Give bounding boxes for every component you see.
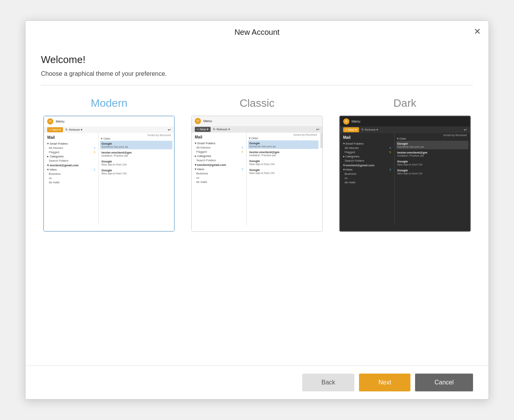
modern-categories: ▸ Categories <box>46 154 97 159</box>
new-account-dialog: New Account ✕ Welcome! Choose a graphica… <box>25 20 489 400</box>
next-button[interactable]: Next <box>359 374 410 391</box>
classic-smart-folders: ▾ Smart Folders <box>193 141 245 145</box>
dark-flagged: Flagged 9 <box>342 150 393 154</box>
modern-older-group: ▾ Older <box>100 137 172 141</box>
dark-preview-inner: ✉ Menu + New ▾ ↻ Refresh ▾ ↩ <box>340 116 470 231</box>
dark-smart-folders: ▾ Smart Folders <box>342 142 393 146</box>
dark-sidebar: Mail ▾ Smart Folders All Inboxes 4 Flagg… <box>340 133 395 225</box>
modern-preview-inner: ✉ Menu + New ▾ ↻ Refresh ▾ ↩ <box>44 116 174 231</box>
modern-toolbar: + New ▾ ↻ Refresh ▾ ↩ <box>44 126 174 133</box>
dark-content: Mail ▾ Smart Folders All Inboxes 4 Flagg… <box>340 133 470 225</box>
welcome-subtitle: Choose a graphical theme of your prefere… <box>41 70 473 77</box>
dark-msg-2: hester.emclient@gm Invitation: Practice … <box>396 150 468 158</box>
modern-all-inboxes: All Inboxes 4 <box>46 146 97 150</box>
dark-msg-1: Google Someone has your pa <box>396 141 468 149</box>
classic-search-folders: Search Folders <box>193 158 245 162</box>
back-button[interactable]: Back <box>302 374 355 391</box>
classic-all-inboxes: All Inboxes 4 <box>193 145 245 150</box>
dark-toolbar: + New ▾ ↻ Refresh ▾ ↩ <box>340 126 470 133</box>
dark-back-arrow: ↩ <box>464 128 467 132</box>
modern-refresh-btn: ↻ Refresh ▾ <box>65 128 82 131</box>
theme-classic[interactable]: Classic ✉ Menu + New ▾ <box>189 97 325 232</box>
classic-msg-4: Google New sign-in from Chr <box>248 167 318 176</box>
modern-msg-2: hester.emclient@gm Invitation: Practice … <box>100 150 172 158</box>
classic-new-btn: + New ▾ <box>195 127 211 132</box>
classic-cs: cs <box>193 176 245 180</box>
theme-dark[interactable]: Dark ✉ Menu + New ▾ <box>337 97 473 232</box>
modern-sidebar: Mail ▾ Smart Folders All Inboxes 4 Flagg… <box>44 133 99 225</box>
dark-inbox-row: ▾ Inbox 3 <box>342 167 393 172</box>
classic-content: Mail ▾ Smart Folders All Inboxes 4 Flagg… <box>192 133 322 225</box>
modern-msg-4: Google New sign-in from Chr <box>100 167 172 176</box>
dark-msg-3: Google New sign-in from Chr <box>396 159 468 167</box>
dark-messages: Sorted by Received ▾ Older Google Someon… <box>395 133 470 225</box>
classic-sidebar: Mail ▾ Smart Folders All Inboxes 4 Flagg… <box>192 133 247 225</box>
modern-logo: ✉ <box>47 118 53 125</box>
dark-sort-label: Sorted by Received <box>396 134 468 137</box>
divider <box>41 85 473 85</box>
dark-search-folders: Search Folders <box>342 159 393 163</box>
dark-older-group: ▾ Older <box>396 137 468 141</box>
theme-modern[interactable]: Modern ✉ Menu + New ▾ <box>41 97 177 232</box>
dark-business: Business <box>342 172 393 176</box>
classic-inbox-row: ▾ Inbox 3 <box>193 167 245 171</box>
welcome-heading: Welcome! <box>41 54 473 66</box>
modern-topbar: ✉ Menu <box>44 116 174 126</box>
modern-cs: cs <box>46 176 97 180</box>
dark-msg-4: Google New sign-in from Chr <box>396 167 468 176</box>
modern-flagged: Flagged 9 <box>46 150 97 154</box>
classic-sort-label: Sorted by Received <box>248 133 318 136</box>
classic-flagged: Flagged 9 <box>193 150 245 154</box>
dark-logo: ✉ <box>343 118 349 125</box>
theme-classic-label: Classic <box>240 97 274 109</box>
modern-sort-label: Sorted by Received <box>100 134 172 137</box>
classic-msg-1: Google Someone has your pa <box>248 140 318 149</box>
classic-back-arrow: ↩ <box>316 127 319 131</box>
classic-business: Business <box>193 171 245 176</box>
theme-dark-label: Dark <box>393 97 416 109</box>
classic-scrollbar <box>320 133 322 148</box>
classic-refresh-btn: ↻ Refresh ▾ <box>213 128 230 131</box>
classic-messages-area: Sorted by Received ▾ Older Google Someon… <box>247 133 322 225</box>
dark-topbar: ✉ Menu <box>340 116 470 126</box>
dark-cs: cs <box>342 176 393 180</box>
theme-dark-preview: ✉ Menu + New ▾ ↻ Refresh ▾ ↩ <box>339 116 471 232</box>
classic-mail-title: Mail <box>193 134 245 140</box>
classic-de-mails: de mails <box>193 180 245 184</box>
modern-account: ▾ emclient@gmail.com <box>46 163 97 167</box>
dialog-footer: Back Next Cancel <box>26 365 488 399</box>
dark-menu-text: Menu <box>352 120 361 123</box>
classic-menu-text: Menu <box>203 119 212 123</box>
modern-msg-3: Google New sign-in from Chr <box>100 159 172 167</box>
dark-new-btn: + New ▾ <box>343 127 359 132</box>
classic-older-group: ▾ Older <box>248 136 318 140</box>
modern-new-btn: + New ▾ <box>47 127 63 132</box>
classic-preview-inner: ✉ Menu + New ▾ ↻ Refresh ▾ ↩ <box>192 116 322 231</box>
classic-msg-2: hester.emclient@gm Invitation: Practice … <box>248 149 318 158</box>
modern-de-mails: de mails <box>46 180 97 184</box>
close-button[interactable]: ✕ <box>474 27 481 36</box>
cancel-button[interactable]: Cancel <box>415 374 473 391</box>
modern-mail-title: Mail <box>46 135 97 140</box>
theme-classic-preview: ✉ Menu + New ▾ ↻ Refresh ▾ ↩ <box>191 116 323 232</box>
modern-back-arrow: ↩ <box>168 128 171 132</box>
dialog-body: Welcome! Choose a graphical theme of you… <box>26 42 488 365</box>
modern-content: Mail ▾ Smart Folders All Inboxes 4 Flagg… <box>44 133 174 225</box>
modern-msg-1: Google Someone has your pa <box>100 141 172 149</box>
dark-mail-title: Mail <box>342 135 393 140</box>
classic-topbar: ✉ Menu <box>192 116 322 126</box>
classic-msg-3: Google New sign-in from Chr <box>248 158 318 167</box>
modern-inbox-row: ▾ Inbox 3 <box>46 167 97 172</box>
modern-search-folders: Search Folders <box>46 159 97 163</box>
dark-all-inboxes: All Inboxes 4 <box>342 146 393 150</box>
dark-account: ▾ emclient@gmail.com <box>342 163 393 167</box>
theme-modern-preview: ✉ Menu + New ▾ ↻ Refresh ▾ ↩ <box>43 116 175 232</box>
dark-refresh-btn: ↻ Refresh ▾ <box>361 128 378 131</box>
dialog-title: New Account <box>235 28 280 37</box>
classic-account: ▾ emclient@gmail.com <box>193 162 245 167</box>
modern-business: Business <box>46 172 97 176</box>
dark-categories: ▸ Categories <box>342 154 393 159</box>
dialog-header: New Account ✕ <box>26 21 488 42</box>
classic-toolbar: + New ▾ ↻ Refresh ▾ ↩ <box>192 126 322 133</box>
classic-messages: Sorted by Received ▾ Older Google Someon… <box>247 133 320 225</box>
